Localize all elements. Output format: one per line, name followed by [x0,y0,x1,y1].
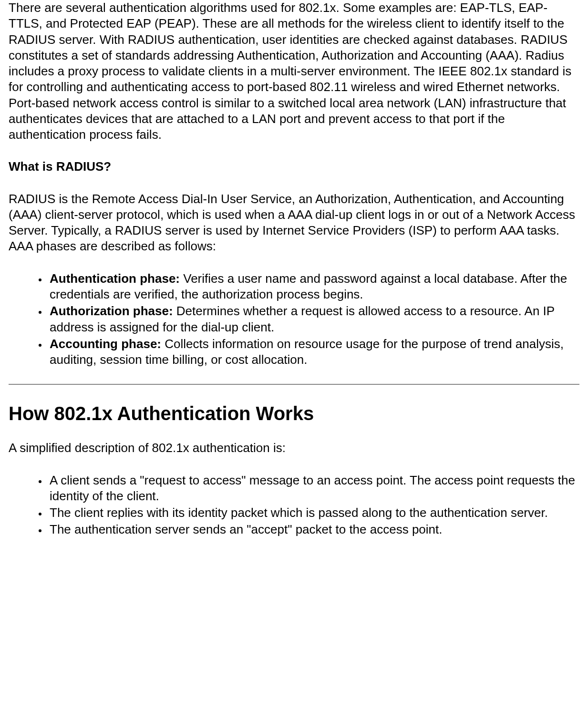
phase-label: Accounting phase: [50,337,161,351]
step-text: A client sends a "request to access" mes… [50,473,575,503]
intro-paragraph: There are several authentication algorit… [9,0,579,143]
list-item: Accounting phase: Collects information o… [48,336,579,368]
step-text: The authentication server sends an "acce… [50,522,443,536]
phase-label: Authorization phase: [50,304,173,318]
section-divider [9,384,579,385]
list-item: Authentication phase: Verifies a user na… [48,271,579,303]
list-item: A client sends a "request to access" mes… [48,473,579,505]
phase-label: Authentication phase: [50,271,180,286]
how-8021x-works-heading: How 802.1x Authentication Works [9,401,579,426]
step-text: The client replies with its identity pac… [50,505,548,520]
list-item: Authorization phase: Determines whether … [48,303,579,335]
list-item: The authentication server sends an "acce… [48,522,579,537]
what-is-radius-heading: What is RADIUS? [9,159,579,175]
aaa-phase-list: Authentication phase: Verifies a user na… [9,271,579,368]
list-item: The client replies with its identity pac… [48,505,579,521]
how-steps-list: A client sends a "request to access" mes… [9,473,579,538]
radius-paragraph: RADIUS is the Remote Access Dial-In User… [9,191,579,255]
how-intro-paragraph: A simplified description of 802.1x authe… [9,440,579,456]
